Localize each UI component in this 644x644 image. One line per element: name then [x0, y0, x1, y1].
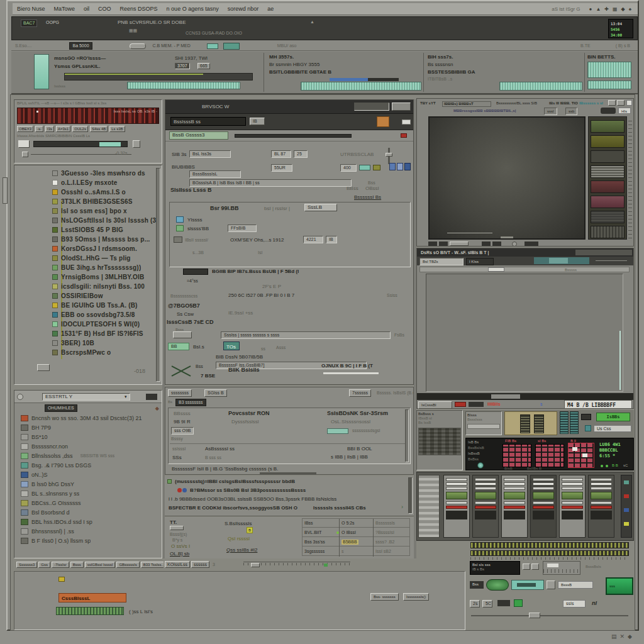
monA-icon-btn-2[interactable]: [617, 100, 625, 106]
monB-strip-chip[interactable]: [491, 394, 520, 399]
channel-fader-green[interactable]: [591, 492, 612, 499]
channel-mute-button[interactable]: [591, 506, 612, 509]
grid-r3c1[interactable]: Bss 3ss'ss: [304, 540, 325, 545]
list-item[interactable]: 3Guesso -3les mswhsro ds: [14, 169, 162, 178]
dialog-white-chip[interactable]: [402, 119, 411, 125]
clip-tool-button[interactable]: Ls s3B: [109, 126, 125, 132]
monB-progress-thumb[interactable]: [488, 267, 504, 272]
teal-square[interactable]: [585, 425, 591, 431]
table-btn-2[interactable]: SGIss B: [204, 389, 227, 397]
waveform-clip-a[interactable]: [127, 82, 240, 89]
monitor-thumb[interactable]: [591, 135, 625, 148]
mixer-channel-strip[interactable]: [530, 475, 557, 538]
list-item[interactable]: Bncnsh wo ss sso. 30M 43 ssil Dscstc(3) …: [14, 413, 162, 423]
table-btn-1[interactable]: ssssssss: [168, 389, 192, 397]
transport-r3-dark[interactable]: [497, 600, 510, 606]
rowB-combo[interactable]: BsssBsssIsL: [189, 170, 241, 178]
dialog-slider-handle[interactable]: [183, 269, 208, 275]
col-3-header[interactable]: SsIsBDsNK Ssr-3Srsm: [327, 410, 409, 416]
grid-r4c3[interactable]: IssI sB2: [375, 549, 391, 554]
monB-progress[interactable]: Bsssss: [419, 267, 630, 272]
orange-badge[interactable]: CsssBIsssL: [58, 593, 126, 602]
log-chevron-icon[interactable]: ›: [401, 504, 403, 510]
category-right-chip[interactable]: [146, 394, 157, 400]
grid-r3c2[interactable]: B5BBB: [341, 540, 358, 545]
clip-slider-handle[interactable]: [22, 152, 28, 157]
form-b4[interactable]: Qss ssIBs #I2: [226, 547, 257, 553]
marks-white-chip[interactable]: [547, 564, 558, 567]
channel-button[interactable]: [591, 501, 612, 504]
channel-button[interactable]: [446, 478, 467, 481]
cell-r2a[interactable]: sss O9B: [171, 427, 194, 435]
checkbox-label-1[interactable]: YIssss: [187, 217, 203, 223]
channel-button[interactable]: [562, 482, 583, 486]
grid-r4c1[interactable]: 3sgssssss: [304, 549, 325, 554]
bte-icons[interactable]: ( B) s B: [616, 43, 630, 48]
status-button[interactable]: B33 TssIss..s: [141, 562, 164, 568]
gray-box-icon[interactable]: [174, 236, 182, 243]
menu-item[interactable]: oil: [79, 4, 94, 13]
table-btn-right[interactable]: 7ssssss: [349, 389, 371, 397]
teal-cell[interactable]: [327, 428, 348, 434]
titlebar-field-1[interactable]: [354, 103, 389, 111]
menubar-icon[interactable]: ▦: [613, 6, 618, 12]
rowA-combo[interactable]: BsL Iss3s: [189, 150, 231, 158]
clip-waveform-red[interactable]: Isss IssIsL ss OB. s3s IB -: [17, 108, 159, 124]
status-button[interactable]: GBsssssIs: [116, 562, 139, 568]
combo2-prefix-chip[interactable]: [173, 331, 192, 338]
list-item[interactable]: 1531°F B) Hsd BF IS?I6FIS: [14, 329, 162, 338]
list-item[interactable]: OlodSt..HhG — Ts pIig: [14, 253, 162, 263]
waveform-clip-c[interactable]: [499, 82, 582, 91]
menubar-icon[interactable]: ◆: [621, 6, 625, 12]
rowB-value-2[interactable]: 400: [340, 164, 357, 172]
teal-chip-1[interactable]: [207, 43, 218, 49]
list-item[interactable]: BBCss..G OIssssss: [14, 498, 162, 508]
small-green-square[interactable]: [514, 599, 523, 607]
tray-icon[interactable]: ▤: [611, 633, 617, 640]
channel-button[interactable]: [533, 482, 554, 486]
dialog-combo[interactable]: BssIsssB ss: [170, 117, 246, 126]
tos-chip[interactable]: TOs: [223, 341, 240, 350]
kombine-button[interactable]: KOIssILss: [165, 561, 190, 568]
mixer-channel-strip[interactable]: [472, 475, 499, 538]
list-item[interactable]: B93 5Omss | Msssss bss p...: [14, 235, 162, 244]
channel-button[interactable]: [533, 487, 554, 490]
monA-t4[interactable]: [482, 242, 491, 246]
channel-button[interactable]: [533, 478, 554, 481]
transport-mode-chip[interactable]: Bss: [470, 581, 484, 589]
green-texture-block[interactable]: [56, 607, 124, 615]
track-2-value[interactable]: 3707: [175, 63, 190, 69]
clip-tool-button[interactable]: S4ss 4B: [90, 126, 108, 132]
transport-white-strip[interactable]: BsssB: [558, 581, 593, 589]
col-2-header[interactable]: Povcsstsr RON: [228, 410, 270, 416]
waveform-clip-b[interactable]: [301, 82, 421, 91]
menu-item[interactable]: Biero Nuse: [13, 4, 50, 13]
waveform-clip-d[interactable]: [587, 62, 631, 78]
mixer-left-strip[interactable]: [418, 475, 440, 538]
dot-column-1[interactable]: [520, 414, 530, 433]
combo2[interactable]: SssIss | sssss ssssss s ssss: [221, 331, 391, 339]
midi-meter[interactable]: [323, 372, 379, 375]
channel-button[interactable]: [562, 487, 583, 490]
list-item[interactable]: Bsg. .& I'790 Lss DSGS: [14, 460, 162, 470]
bossa-button[interactable]: ssssss: [191, 561, 209, 568]
list-item[interactable]: o.L.I.LESy msxote: [14, 178, 162, 187]
list-item[interactable]: EBB oo ssovdsbg73.5/8: [14, 310, 162, 319]
monitor-thumb[interactable]: [591, 180, 625, 193]
channel-fader-green[interactable]: [562, 492, 583, 499]
list-item[interactable]: OSSIRIEIBow: [14, 291, 162, 301]
list-item[interactable]: KorsDGssJ I rdsmsoom.: [14, 244, 162, 253]
chevron-down-icon[interactable]: ▾: [125, 394, 127, 399]
mini-ruler[interactable]: [243, 562, 350, 568]
list-item[interactable]: 3BER) 10B: [14, 338, 162, 348]
pill-button[interactable]: [130, 43, 146, 49]
clip-tool-button[interactable]: -s-: [35, 126, 43, 132]
list-item[interactable]: BBL hss.IBOs.d ssd I sp: [14, 517, 162, 526]
channel-button[interactable]: [562, 478, 583, 481]
bottom-chip-1[interactable]: Bss- sssssss: [370, 593, 399, 601]
monitor-thumb[interactable]: [591, 150, 625, 163]
list-item[interactable]: icsdlsgili: nilsnyti Bss. 100: [14, 282, 162, 291]
transport-gray-btn[interactable]: [547, 580, 555, 589]
rowB-blue-cell-2[interactable]: [397, 163, 403, 170]
menubar-icon[interactable]: ●: [589, 6, 592, 12]
